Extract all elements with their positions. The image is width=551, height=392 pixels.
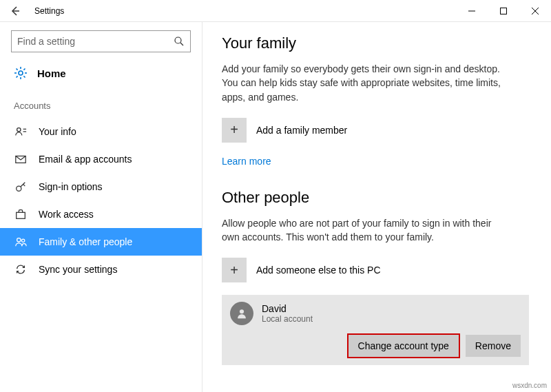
svg-rect-20 — [17, 212, 25, 218]
sidebar-item-your-info[interactable]: Your info — [0, 118, 202, 145]
svg-point-21 — [17, 238, 21, 242]
sidebar-item-family-other-people[interactable]: Family & other people — [0, 228, 202, 256]
mail-icon — [14, 152, 28, 166]
user-card[interactable]: David Local account Change account type … — [222, 295, 529, 365]
nav-label: Your info — [39, 126, 76, 137]
svg-point-23 — [240, 310, 244, 314]
window-title: Settings — [30, 6, 64, 16]
nav-label: Sync your settings — [39, 264, 117, 275]
add-other-user[interactable]: + Add someone else to this PC — [222, 258, 529, 282]
svg-point-6 — [19, 71, 23, 75]
close-button[interactable] — [519, 0, 551, 22]
people-icon — [14, 235, 28, 249]
user-actions: Change account type Remove — [230, 335, 521, 357]
avatar — [230, 302, 253, 325]
nav-label: Email & app accounts — [39, 154, 132, 165]
add-family-label: Add a family member — [256, 125, 347, 136]
sidebar: Home Accounts Your info Email & app acco… — [0, 22, 202, 392]
nav-label: Work access — [39, 209, 94, 220]
content-panel: Your family Add your family so everybody… — [202, 22, 551, 392]
other-people-heading: Other people — [222, 189, 529, 207]
plus-icon: + — [222, 258, 247, 282]
gear-icon — [14, 66, 28, 80]
sidebar-item-email-accounts[interactable]: Email & app accounts — [0, 145, 202, 173]
svg-point-4 — [175, 37, 181, 43]
svg-point-22 — [21, 239, 24, 242]
plus-icon: + — [222, 118, 247, 143]
close-icon — [532, 8, 539, 14]
main-layout: Home Accounts Your info Email & app acco… — [0, 22, 551, 392]
family-description: Add your family so everybody gets their … — [222, 62, 511, 104]
search-box[interactable] — [11, 30, 191, 52]
family-heading: Your family — [222, 34, 529, 52]
svg-line-13 — [17, 76, 18, 77]
svg-line-11 — [17, 69, 18, 70]
search-input[interactable] — [17, 36, 174, 47]
add-other-label: Add someone else to this PC — [256, 265, 381, 276]
arrow-left-icon — [10, 6, 21, 17]
search-icon — [174, 36, 185, 47]
nav-label: Family & other people — [39, 236, 132, 247]
sidebar-item-sync-settings[interactable]: Sync your settings — [0, 256, 202, 283]
change-account-type-button[interactable]: Change account type — [349, 335, 459, 357]
back-button[interactable] — [0, 0, 30, 22]
svg-point-15 — [17, 128, 21, 132]
user-name: David — [262, 303, 313, 314]
svg-line-14 — [23, 69, 25, 70]
maximize-button[interactable] — [488, 0, 519, 22]
svg-rect-1 — [501, 8, 507, 14]
sidebar-item-signin-options[interactable]: Sign-in options — [0, 173, 202, 200]
svg-point-19 — [17, 186, 21, 191]
section-label: Accounts — [0, 88, 202, 118]
user-header: David Local account — [230, 302, 521, 325]
svg-line-12 — [23, 76, 25, 77]
user-icon — [236, 307, 248, 320]
learn-more-link[interactable]: Learn more — [222, 156, 271, 167]
user-account-type: Local account — [262, 314, 313, 324]
minimize-icon — [468, 8, 475, 14]
watermark: wsxdn.com — [512, 382, 547, 389]
remove-user-button[interactable]: Remove — [466, 335, 521, 357]
maximize-icon — [500, 8, 507, 14]
minimize-button[interactable] — [456, 0, 488, 22]
sidebar-item-work-access[interactable]: Work access — [0, 200, 202, 228]
svg-line-5 — [180, 43, 183, 45]
titlebar: Settings — [0, 0, 551, 22]
home-label: Home — [37, 68, 66, 79]
sync-icon — [14, 262, 28, 276]
key-icon — [14, 180, 28, 194]
home-item[interactable]: Home — [0, 62, 202, 88]
briefcase-icon — [14, 207, 28, 221]
person-badge-icon — [14, 125, 28, 138]
add-family-member[interactable]: + Add a family member — [222, 118, 529, 143]
nav-label: Sign-in options — [39, 181, 103, 192]
other-people-description: Allow people who are not part of your fa… — [222, 216, 511, 245]
